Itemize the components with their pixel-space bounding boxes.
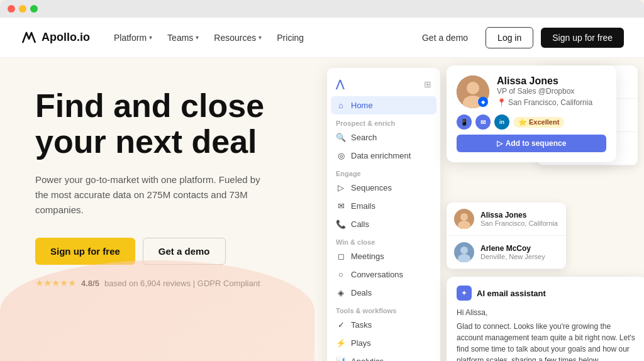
contact-name: Alissa Jones: [497, 75, 592, 87]
sidebar-prospect-label: Prospect & enrich: [327, 114, 440, 128]
sidebar-item-plays[interactable]: ⚡ Plays: [327, 334, 440, 352]
sequences-icon: ▷: [336, 183, 346, 192]
meetings-icon: ◻: [336, 252, 346, 261]
sidebar-item-deals[interactable]: ◈ Deals: [327, 284, 440, 302]
sidebar-logo-row: ⋀ ⊞: [327, 75, 440, 96]
sidebar-item-analytics[interactable]: 📊 Analytics: [327, 352, 440, 361]
logo-text: Apollo.io: [42, 31, 90, 44]
phone-icon[interactable]: 📱: [457, 114, 472, 130]
apollo-logo-icon: ⋀: [336, 78, 344, 90]
sidebar-engage-label: Engage: [327, 165, 440, 179]
maximize-dot[interactable]: [30, 5, 38, 13]
ai-icon: ✦: [457, 286, 472, 301]
window-chrome: [0, 0, 644, 18]
svg-point-4: [460, 213, 468, 221]
contacts-list: Alissa Jones San Francisco, California A…: [447, 203, 566, 269]
svg-point-1: [467, 82, 479, 94]
search-icon: 🔍: [336, 133, 346, 142]
calls-icon: 📞: [336, 219, 346, 229]
minimize-dot[interactable]: [19, 5, 26, 13]
dropbox-badge: ◆: [478, 97, 488, 107]
sidebar-item-emails[interactable]: ✉ Emails: [327, 197, 440, 215]
contact-location: 📍 San Francisco, California: [497, 98, 592, 107]
login-button[interactable]: Log in: [486, 27, 533, 48]
contact-card: ◆ Alissa Jones VP of Sales @Dropbox 📍 Sa…: [447, 65, 616, 162]
sidebar-item-calls[interactable]: 📞 Calls: [327, 215, 440, 233]
contact-header: ◆ Alissa Jones VP of Sales @Dropbox 📍 Sa…: [457, 75, 606, 108]
hero-title: Find and close your next deal: [35, 88, 289, 160]
add-icon: ▷: [497, 139, 502, 148]
ai-email-card: ✦ AI email assistant Hi Alissa, Glad to …: [447, 277, 644, 361]
add-sequence-button[interactable]: ▷ Add to sequence: [457, 135, 606, 152]
conversations-icon: ○: [336, 270, 346, 279]
sidebar-item-conversations[interactable]: ○ Conversations: [327, 265, 440, 284]
ai-email-body: Hi Alissa, Glad to connect. Looks like y…: [457, 307, 638, 361]
ai-email-title: AI email assistant: [477, 289, 546, 298]
svg-point-7: [460, 247, 468, 254]
location-icon: 📍: [497, 98, 506, 107]
deals-icon: ◈: [336, 288, 346, 297]
sidebar-win-label: Win & close: [327, 233, 440, 247]
list-item[interactable]: Arlene McCoy Denville, New Jersey: [447, 236, 566, 269]
plays-icon: ⚡: [336, 338, 346, 348]
chevron-down-icon: ▾: [258, 34, 262, 41]
chevron-down-icon: ▾: [149, 34, 152, 41]
ai-email-header: ✦ AI email assistant: [457, 286, 638, 301]
nav-pricing[interactable]: Pricing: [270, 29, 310, 47]
get-demo-button[interactable]: Get a demo: [412, 28, 478, 48]
navbar: Apollo.io Platform ▾ Teams ▾ Resources ▾…: [0, 18, 644, 58]
contact-job-title: VP of Sales @Dropbox: [497, 87, 592, 96]
nav-platform[interactable]: Platform ▾: [108, 29, 158, 47]
rating-badge: ⭐ Excellent: [513, 117, 564, 128]
linkedin-icon[interactable]: in: [494, 114, 509, 130]
grid-icon: ⊞: [424, 79, 431, 89]
sidebar-item-home[interactable]: ⌂ Home: [331, 96, 436, 114]
emails-icon: ✉: [336, 201, 346, 211]
nav-actions: Get a demo Log in Sign up for free: [412, 27, 624, 48]
hero-subtitle: Power your go-to-market with one platfor…: [35, 172, 274, 218]
signup-hero-button[interactable]: Sign up for free: [35, 238, 135, 265]
contact-list-avatar: [454, 209, 474, 229]
analytics-icon: 📊: [336, 357, 346, 361]
sidebar-item-tasks[interactable]: ✓ Tasks: [327, 316, 440, 334]
bg-blob: [0, 260, 314, 361]
logo[interactable]: Apollo.io: [20, 29, 90, 47]
contact-list-avatar: [454, 242, 474, 262]
contact-info: Alissa Jones VP of Sales @Dropbox 📍 San …: [497, 75, 592, 107]
signup-nav-button[interactable]: Sign up for free: [541, 28, 624, 48]
sidebar-item-sequences[interactable]: ▷ Sequences: [327, 179, 440, 197]
email-social-icon[interactable]: ✉: [475, 114, 491, 130]
sidebar-item-meetings[interactable]: ◻ Meetings: [327, 247, 440, 265]
ui-preview: ⋀ ⊞ ⌂ Home Prospect & enrich 🔍 Search ◎ …: [314, 58, 644, 361]
tasks-icon: ✓: [336, 320, 346, 330]
nav-links: Platform ▾ Teams ▾ Resources ▾ Pricing: [108, 29, 412, 47]
nav-teams[interactable]: Teams ▾: [161, 29, 205, 47]
list-item[interactable]: Alissa Jones San Francisco, California: [447, 203, 566, 236]
nav-resources[interactable]: Resources ▾: [208, 29, 268, 47]
apollo-sidebar: ⋀ ⊞ ⌂ Home Prospect & enrich 🔍 Search ◎ …: [327, 68, 440, 361]
main-content: Find and close your next deal Power your…: [0, 58, 644, 361]
chevron-down-icon: ▾: [196, 34, 199, 41]
home-icon: ⌂: [336, 101, 346, 110]
close-dot[interactable]: [8, 5, 15, 13]
sidebar-item-search[interactable]: 🔍 Search: [327, 128, 440, 147]
sidebar-tools-label: Tools & workflows: [327, 302, 440, 316]
enrichment-icon: ◎: [336, 151, 346, 160]
sidebar-item-data-enrichment[interactable]: ◎ Data enrichment: [327, 147, 440, 165]
contact-social: 📱 ✉ in ⭐ Excellent: [457, 114, 606, 130]
